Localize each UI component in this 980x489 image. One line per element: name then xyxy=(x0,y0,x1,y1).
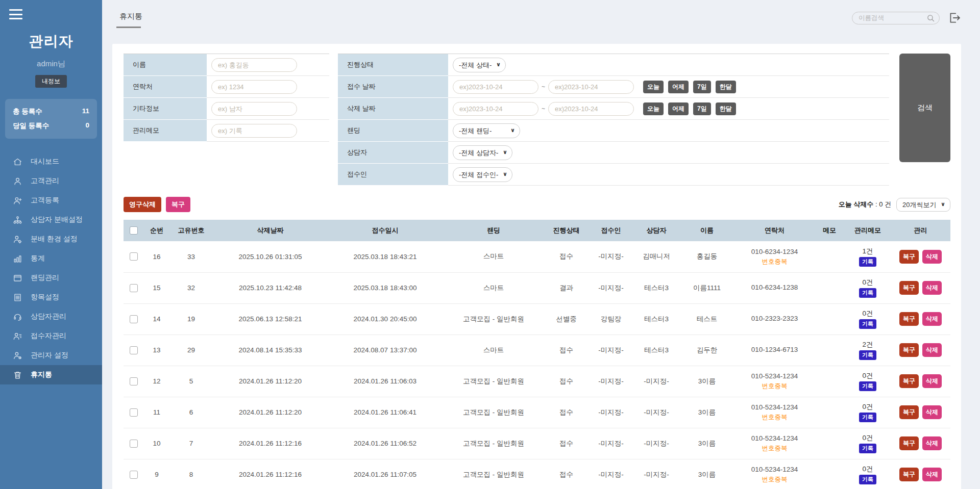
etc-filter-input[interactable] xyxy=(211,102,297,116)
cell-deleted-date: 2024.08.14 15:35:33 xyxy=(213,334,328,366)
col-header-deleted-date: 삭제날짜 xyxy=(213,220,328,241)
name-filter-input[interactable] xyxy=(211,58,297,72)
record-badge[interactable]: 기록 xyxy=(859,444,876,453)
cell-memo xyxy=(814,366,845,397)
deleted-date-to-input[interactable] xyxy=(548,102,634,116)
name-filter-label: 이름 xyxy=(124,54,207,76)
record-badge[interactable]: 기록 xyxy=(859,475,876,484)
bar-chart-icon xyxy=(12,253,22,264)
row-restore-button[interactable]: 복구 xyxy=(899,250,919,264)
row-checkbox[interactable] xyxy=(130,284,138,292)
cell-manage: 복구 삭제 xyxy=(891,366,950,397)
deleted-date-month-button[interactable]: 한달 xyxy=(716,102,736,115)
row-delete-button[interactable]: 삭제 xyxy=(922,374,942,388)
received-date-to-input[interactable] xyxy=(548,80,634,94)
row-restore-button[interactable]: 복구 xyxy=(899,281,919,295)
row-delete-button[interactable]: 삭제 xyxy=(922,405,942,419)
sidebar-item-7[interactable]: 랜딩관리 xyxy=(0,268,102,288)
select-all-checkbox[interactable] xyxy=(130,226,138,235)
cell-no: 14 xyxy=(144,303,169,334)
deleted-date-from-input[interactable] xyxy=(453,102,538,116)
sidebar-item-1[interactable]: 대시보드 xyxy=(0,152,102,171)
admin-memo-filter-input[interactable] xyxy=(211,124,297,138)
phone-filter-label: 연락처 xyxy=(124,76,207,98)
deleted-date-filter-label: 삭제 날짜 xyxy=(338,98,448,120)
today-deleted-count: 오늘 삭제수 : 0 건 xyxy=(839,200,891,209)
phone-filter-input[interactable] xyxy=(211,80,297,94)
sidebar-item-6[interactable]: 통계 xyxy=(0,249,102,268)
row-restore-button[interactable]: 복구 xyxy=(899,468,919,481)
row-delete-button[interactable]: 삭제 xyxy=(922,468,942,481)
row-delete-button[interactable]: 삭제 xyxy=(922,281,942,295)
my-info-button[interactable]: 내정보 xyxy=(35,75,67,88)
deleted-date-7days-button[interactable]: 7일 xyxy=(693,102,711,115)
record-badge[interactable]: 기록 xyxy=(859,257,876,267)
sidebar-item-8[interactable]: 항목설정 xyxy=(0,288,102,307)
row-checkbox[interactable] xyxy=(130,315,138,323)
row-checkbox[interactable] xyxy=(130,346,138,354)
row-checkbox[interactable] xyxy=(130,471,138,479)
sidebar-item-5[interactable]: 분배 환경 설정 xyxy=(0,229,102,249)
page-size-select[interactable]: 20개씩보기 xyxy=(896,198,950,212)
cell-received-date: 2025.03.18 18:43:00 xyxy=(328,272,443,303)
sidebar-item-3[interactable]: 고객등록 xyxy=(0,191,102,210)
received-date-from-input[interactable] xyxy=(453,80,538,94)
received-date-7days-button[interactable]: 7일 xyxy=(693,81,711,93)
hamburger-menu-icon[interactable] xyxy=(9,9,22,19)
receiver-filter-select[interactable]: -전체 접수인- xyxy=(453,167,512,182)
row-checkbox[interactable] xyxy=(130,408,138,417)
record-badge[interactable]: 기록 xyxy=(859,350,876,360)
row-delete-button[interactable]: 삭제 xyxy=(922,250,942,264)
cell-landing: 고객모집 - 일반회원 xyxy=(443,366,545,397)
sidebar-item-4[interactable]: 상담자 분배설정 xyxy=(0,210,102,229)
sidebar-item-11[interactable]: 관리자 설정 xyxy=(0,346,102,365)
sidebar-item-10[interactable]: 접수자관리 xyxy=(0,326,102,346)
row-restore-button[interactable]: 복구 xyxy=(899,312,919,326)
user-setting-icon xyxy=(12,350,22,361)
cell-receiver: -미지정- xyxy=(588,366,634,397)
table-row: 9 8 2024.01.26 11:12:16 2024.01.26 11:07… xyxy=(124,459,950,489)
cell-status: 접수 xyxy=(545,241,588,272)
row-restore-button[interactable]: 복구 xyxy=(899,343,919,357)
cell-received-date: 2024.01.30 20:45:00 xyxy=(328,303,443,334)
logout-icon[interactable] xyxy=(948,11,961,24)
col-header-counselor: 상담자 xyxy=(634,220,679,241)
sidebar-item-2[interactable]: 고객관리 xyxy=(0,171,102,191)
sidebar-item-12[interactable]: 휴지통 xyxy=(0,365,102,384)
row-checkbox[interactable] xyxy=(130,440,138,448)
sidebar-item-9[interactable]: 상담자관리 xyxy=(0,307,102,326)
user-icon xyxy=(12,176,22,186)
row-restore-button[interactable]: 복구 xyxy=(899,374,919,388)
cell-manage: 복구 삭제 xyxy=(891,334,950,366)
landing-filter-select[interactable]: -전체 랜딩- xyxy=(453,123,520,138)
table-row: 15 32 2025.10.23 11:42:48 2025.03.18 18:… xyxy=(124,272,950,303)
row-restore-button[interactable]: 복구 xyxy=(899,436,919,450)
cell-landing: 고객모집 - 일반회원 xyxy=(443,428,545,459)
record-badge[interactable]: 기록 xyxy=(859,319,876,329)
deleted-date-today-button[interactable]: 오늘 xyxy=(643,102,664,115)
row-delete-button[interactable]: 삭제 xyxy=(922,436,942,450)
purge-button[interactable]: 영구삭제 xyxy=(124,197,161,212)
record-badge[interactable]: 기록 xyxy=(859,288,876,298)
row-checkbox[interactable] xyxy=(130,377,138,385)
status-filter-select[interactable]: -전체 상태- xyxy=(453,58,506,72)
browser-window-icon xyxy=(12,273,22,283)
row-checkbox[interactable] xyxy=(130,252,138,261)
received-date-month-button[interactable]: 한달 xyxy=(716,81,736,93)
search-button[interactable]: 검색 xyxy=(899,54,950,162)
row-delete-button[interactable]: 삭제 xyxy=(922,343,942,357)
row-delete-button[interactable]: 삭제 xyxy=(922,312,942,326)
cell-status: 접수 xyxy=(545,334,588,366)
record-badge[interactable]: 기록 xyxy=(859,413,876,422)
cell-receiver: -미지정- xyxy=(588,334,634,366)
cell-deleted-date: 2024.01.26 11:12:16 xyxy=(213,428,328,459)
received-date-today-button[interactable]: 오늘 xyxy=(643,81,664,93)
cell-memo xyxy=(814,272,845,303)
cell-memo xyxy=(814,334,845,366)
received-date-yesterday-button[interactable]: 어제 xyxy=(668,81,689,93)
counselor-filter-select[interactable]: -전체 상담자- xyxy=(453,145,512,160)
record-badge[interactable]: 기록 xyxy=(859,381,876,391)
deleted-date-yesterday-button[interactable]: 어제 xyxy=(668,102,689,115)
restore-selected-button[interactable]: 복구 xyxy=(166,197,190,212)
row-restore-button[interactable]: 복구 xyxy=(899,405,919,419)
